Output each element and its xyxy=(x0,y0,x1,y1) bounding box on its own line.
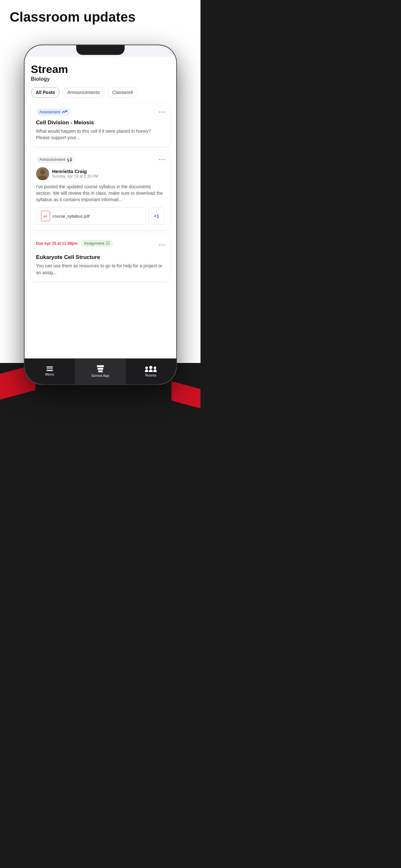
screen-content: Stream Biology All Posts Announcements C… xyxy=(25,57,176,362)
people-icon xyxy=(145,366,157,372)
card-header-2: Announcement 📢 xyxy=(36,156,165,163)
assessment-badge-label: Assessment xyxy=(39,110,60,114)
announcement-card: Announcement 📢 xyxy=(31,151,170,230)
phone-screen: Stream Biology All Posts Announcements C… xyxy=(25,57,176,384)
due-row: Due Apr 25 at 11:59pm Assignment ☑ xyxy=(36,240,113,247)
dot xyxy=(159,244,160,246)
menu-icon xyxy=(47,367,53,371)
author-info: Henrietta Craig Sunday, Apr 19 at 2:35 P… xyxy=(52,168,98,179)
assignment-badge: Assignment ☑ xyxy=(81,240,113,247)
due-label: Due Apr 25 at 11:59pm xyxy=(36,241,78,246)
person-shape xyxy=(149,366,153,372)
nav-rooms-label: Rooms xyxy=(145,373,157,377)
assignment-icon: ☑ xyxy=(106,241,110,246)
nav-school-label: School App xyxy=(91,374,110,377)
dot xyxy=(163,112,165,113)
avatar-image xyxy=(36,167,49,180)
dot xyxy=(161,159,162,160)
layer xyxy=(98,370,103,372)
assessment-icon xyxy=(62,110,67,114)
card-body-2: I've posted the updated course syllabus … xyxy=(36,183,165,203)
author-name: Henrietta Craig xyxy=(52,168,98,174)
tab-all-posts[interactable]: All Posts xyxy=(31,87,60,97)
attachment-extra-chip[interactable]: +1 xyxy=(149,207,165,225)
file-chip[interactable]: pdf course_syllabus.pdf xyxy=(36,207,146,225)
assessment-card: Assessment Cel xyxy=(31,103,170,146)
page-title: Classroom updates xyxy=(10,10,191,25)
menu-line xyxy=(47,370,53,371)
dot xyxy=(161,244,162,246)
tab-announcements[interactable]: Announcements xyxy=(62,87,104,97)
nav-menu[interactable]: Menu xyxy=(25,359,75,384)
dot xyxy=(159,112,160,113)
person-shape xyxy=(153,367,157,372)
author-date: Sunday, Apr 19 at 2:35 PM xyxy=(52,174,98,179)
nav-rooms[interactable]: Rooms xyxy=(126,359,176,384)
svg-point-3 xyxy=(40,169,45,175)
assessment-badge: Assessment xyxy=(36,108,70,116)
page-header: Classroom updates xyxy=(10,10,191,25)
author-row: Henrietta Craig Sunday, Apr 19 at 2:35 P… xyxy=(36,167,165,180)
card-header-3: Due Apr 25 at 11:59pm Assignment ☑ xyxy=(36,240,165,250)
person-head xyxy=(145,367,148,369)
more-menu-button-3[interactable] xyxy=(159,244,165,246)
dot xyxy=(159,159,160,160)
person-body xyxy=(149,369,153,372)
more-menu-button-2[interactable] xyxy=(159,159,165,160)
bottom-nav: Menu School App xyxy=(25,359,176,384)
announcement-badge: Announcement 📢 xyxy=(36,156,75,163)
dot xyxy=(163,159,165,160)
card-header-1: Assessment xyxy=(36,108,165,116)
person-head xyxy=(154,367,156,369)
pdf-icon: pdf xyxy=(41,211,50,221)
card-body-3: You can use them as resources to go to f… xyxy=(36,262,165,276)
layer xyxy=(97,368,103,370)
attachment-row: pdf course_syllabus.pdf +1 xyxy=(36,207,165,225)
file-name: course_syllabus.pdf xyxy=(53,214,90,219)
person-body xyxy=(153,369,157,372)
nav-menu-label: Menu xyxy=(45,372,54,376)
layers-icon xyxy=(97,365,104,372)
announcement-badge-label: Announcement xyxy=(39,157,66,162)
dot xyxy=(163,244,165,246)
more-menu-button-1[interactable] xyxy=(159,112,165,113)
phone-inner: Stream Biology All Posts Announcements C… xyxy=(25,45,176,384)
phone-frame: Stream Biology All Posts Announcements C… xyxy=(25,45,176,384)
stream-title: Stream xyxy=(31,63,170,75)
assignment-badge-label: Assignment xyxy=(84,241,104,246)
card-body-1: What would happen to this cell if it wer… xyxy=(36,128,165,141)
card-title-1: Cell Division - Meiosis xyxy=(36,120,165,126)
dot xyxy=(161,112,162,113)
menu-line xyxy=(47,368,53,369)
person-body xyxy=(145,369,148,372)
layer xyxy=(97,365,104,367)
nav-school-app[interactable]: School App xyxy=(75,359,126,384)
announcement-icon: 📢 xyxy=(67,157,72,162)
menu-line xyxy=(47,367,53,368)
person-shape xyxy=(145,367,148,372)
avatar xyxy=(36,167,49,180)
person-head xyxy=(149,366,152,369)
card-title-3: Eukaryote Cell Structure xyxy=(36,254,165,260)
assignment-card: Due Apr 25 at 11:59pm Assignment ☑ xyxy=(31,235,170,281)
tabs-container: All Posts Announcements Classwork xyxy=(31,87,170,97)
stream-subtitle: Biology xyxy=(31,76,170,82)
tab-classwork[interactable]: Classwork xyxy=(107,87,138,97)
